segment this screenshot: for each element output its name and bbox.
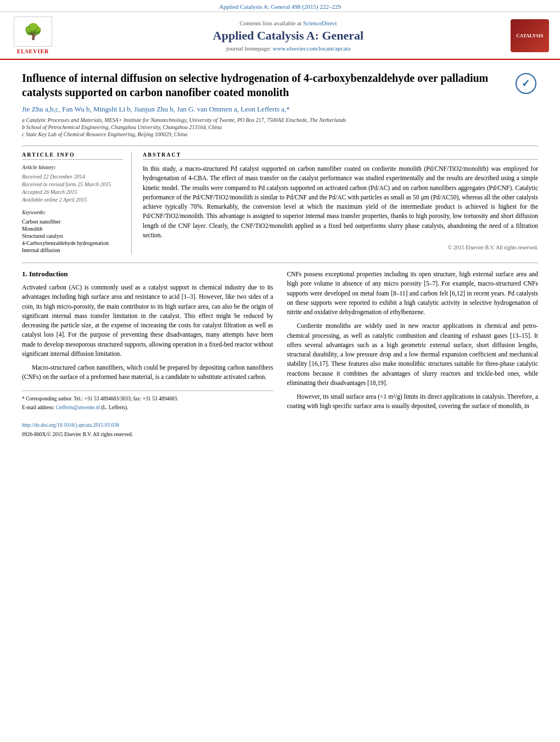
footnote-blank <box>22 413 273 420</box>
footnotes-area: * Corresponding author. Tel.: +31 53 489… <box>22 390 273 438</box>
elsevier-logo-block: 🌳 ELSEVIER <box>11 16 55 54</box>
footnote-doi: http://dx.doi.org/10.1016/j.apcata.2015.… <box>22 422 273 429</box>
body-right-p1: CNFs possess exceptional properties incl… <box>287 270 539 317</box>
footnote-email: E-mail address: l.lefferts@utwente.nl (L… <box>22 404 273 411</box>
body-area: 1. Introduction Activated carbon (AC) is… <box>22 263 538 440</box>
footnote-corresponding: * Corresponding author. Tel.: +31 53 489… <box>22 395 273 403</box>
elsevier-wordmark: ELSEVIER <box>17 48 49 54</box>
abstract-body: In this study, a macro-structured Pd cat… <box>143 164 538 240</box>
received-revised-date: Received in revised form 25 March 2015 <box>22 181 123 187</box>
body-right-text: CNFs possess exceptional properties incl… <box>287 270 539 411</box>
body-left-p1: Activated carbon (AC) is commonly used a… <box>22 283 273 359</box>
article-info-header: ARTICLE INFO <box>22 152 123 160</box>
crossmark-icon: ✓ <box>516 73 536 94</box>
keyword-1: Carbon nanofiber <box>22 219 123 225</box>
body-right-p2: Cordierite monoliths are widely used in … <box>287 321 539 388</box>
top-bar: Applied Catalysis A: General 498 (2015) … <box>0 0 560 12</box>
footnote-issn: 0926-860X/© 2015 Elsevier B.V. All right… <box>22 431 273 438</box>
tree-icon: 🌳 <box>24 24 43 40</box>
received-date: Received 22 December 2014 <box>22 174 123 180</box>
footnote-email-link[interactable]: l.lefferts@utwente.nl <box>56 405 100 410</box>
article-title: Influence of internal diffusion on selec… <box>22 71 502 99</box>
body-col-left: 1. Introduction Activated carbon (AC) is… <box>22 270 273 440</box>
contents-available-line: Contents lists available at ScienceDirec… <box>66 20 511 26</box>
keyword-4: 4-Carboxybenzaldehyde hydrogenation <box>22 240 123 246</box>
body-col-right: CNFs possess exceptional properties incl… <box>287 270 539 440</box>
keyword-5: Internal diffusion <box>22 247 123 253</box>
authors-line: Jie Zhu a,b,c, Fan Wu b, Mingshi Li b, J… <box>22 105 538 114</box>
doi-link[interactable]: http://dx.doi.org/10.1016/j.apcata.2015.… <box>22 422 119 428</box>
journal-center-block: Contents lists available at ScienceDirec… <box>66 20 511 52</box>
body-right-p3: However, its small surface area (<1 m²/g… <box>287 392 539 411</box>
body-left-p2: Macro-structured carbon nanofibers, whic… <box>22 363 273 382</box>
affiliation-2: b School of Petrochemical Engineering, C… <box>22 124 538 130</box>
affiliation-1: a Catalytic Processes and Materials, MES… <box>22 117 538 123</box>
article-title-area: Influence of internal diffusion on selec… <box>22 71 538 99</box>
article-history-label: Article history: <box>22 164 123 170</box>
abstract-paragraph: In this study, a macro-structured Pd cat… <box>143 164 538 240</box>
keyword-2: Monolith <box>22 226 123 232</box>
keywords-section: Keywords: Carbon nanofiber Monolith Stru… <box>22 209 123 253</box>
abstract-header: ABSTRACT <box>143 152 538 160</box>
affiliation-3: c State Key Lab of Chemical Resource Eng… <box>22 131 538 137</box>
abstract-col: ABSTRACT In this study, a macro-structur… <box>143 152 538 254</box>
crossmark-badge: ✓ <box>513 71 538 96</box>
keyword-3: Structured catalyst <box>22 233 123 239</box>
article-info-col: ARTICLE INFO Article history: Received 2… <box>22 152 132 254</box>
section1-title: 1. Introduction <box>22 270 273 278</box>
journal-header: 🌳 ELSEVIER Contents lists available at S… <box>0 12 560 60</box>
article-content: Influence of internal diffusion on selec… <box>0 60 560 451</box>
accepted-date: Accepted 26 March 2015 <box>22 189 123 195</box>
catalysis-logo: CATALYSIS <box>511 19 549 52</box>
two-col-body: 1. Introduction Activated carbon (AC) is… <box>22 270 538 440</box>
article-info-abstract: ARTICLE INFO Article history: Received 2… <box>22 146 538 254</box>
elsevier-tree-img: 🌳 <box>14 16 52 47</box>
homepage-url[interactable]: www.elsevier.com/locate/apcata <box>273 45 351 52</box>
homepage-line: journal homepage: www.elsevier.com/locat… <box>66 45 511 52</box>
journal-ref: Applied Catalysis A: General 498 (2015) … <box>219 3 341 10</box>
body-left-text: Activated carbon (AC) is commonly used a… <box>22 283 273 382</box>
sciencedirect-link[interactable]: ScienceDirect <box>303 20 337 26</box>
affiliations-block: a Catalytic Processes and Materials, MES… <box>22 117 538 137</box>
copyright-line: © 2015 Elsevier B.V. All rights reserved… <box>143 244 538 250</box>
authors-text: Jie Zhu a,b,c, Fan Wu b, Mingshi Li b, J… <box>22 105 290 113</box>
keywords-label: Keywords: <box>22 209 123 215</box>
journal-title: Applied Catalysis A: General <box>66 29 511 43</box>
available-online-date: Available online 2 April 2015 <box>22 197 123 203</box>
